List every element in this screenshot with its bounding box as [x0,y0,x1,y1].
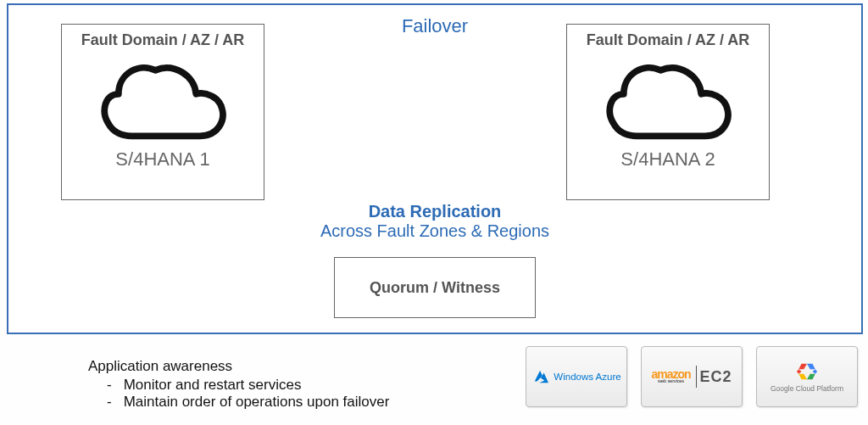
awareness-bullet-text: Monitor and restart services [124,377,302,394]
awareness-heading: Application awareness [88,358,389,375]
quorum-title: Quorum / Witness [370,279,500,297]
azure-label: Windows Azure [554,372,620,382]
main-frame: Failover Fault Domain / AZ / AR S/4HANA … [7,3,863,334]
provider-azure: Windows Azure [526,346,627,407]
cloud-icon [62,56,264,145]
instance-label-right: S/4HANA 2 [567,148,769,171]
aws-logo-icon: amazon web services [651,370,690,383]
gcp-icon [795,361,819,383]
cloud-icon [567,56,769,145]
fault-domain-right: Fault Domain / AZ / AR S/4HANA 2 [566,24,770,200]
aws-sub: web services [658,378,684,383]
application-awareness: Application awareness Monitor and restar… [88,358,389,411]
failover-title: Failover [402,15,468,37]
awareness-bullet-text: Maintain order of operations upon failov… [124,394,390,411]
instance-label-left: S/4HANA 1 [62,148,264,171]
provider-row: Windows Azure amazon web services EC2 Go [526,346,858,407]
divider [696,366,697,388]
azure-icon [531,369,550,384]
data-replication-subtitle: Across Fault Zones & Regions [265,221,604,241]
data-replication-block: Data Replication Across Fault Zones & Re… [265,202,604,241]
provider-gcp: Google Cloud Platform [756,346,858,407]
fault-domain-left-title: Fault Domain / AZ / AR [62,31,264,49]
fault-domain-left: Fault Domain / AZ / AR S/4HANA 1 [61,24,264,200]
data-replication-title: Data Replication [265,202,604,221]
quorum-box: Quorum / Witness [334,257,536,318]
aws-ec2-label: EC2 [700,368,732,386]
awareness-bullet: Maintain order of operations upon failov… [107,394,389,411]
gcp-label: Google Cloud Platform [771,384,843,393]
provider-aws: amazon web services EC2 [641,346,743,407]
awareness-bullet: Monitor and restart services [107,377,389,394]
aws-top: amazon [651,370,690,378]
fault-domain-right-title: Fault Domain / AZ / AR [567,31,769,49]
